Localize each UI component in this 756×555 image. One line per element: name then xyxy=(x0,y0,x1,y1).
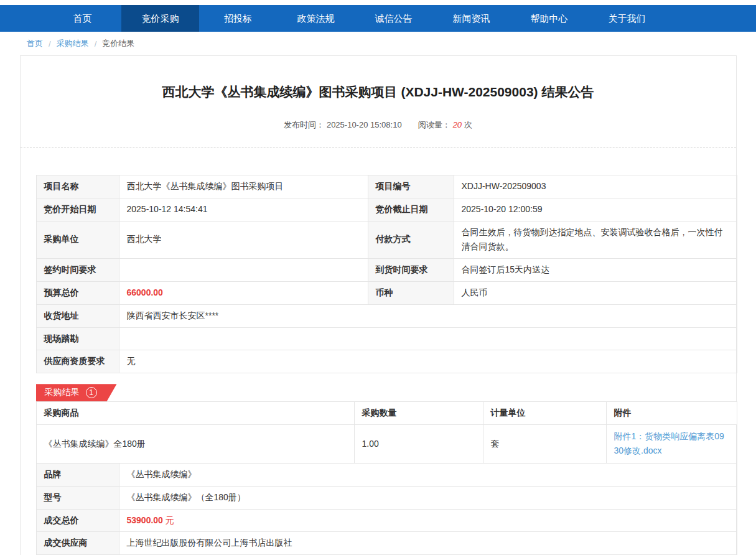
field-value: 上海世纪出版股份有限公司上海书店出版社 xyxy=(119,532,737,555)
attachment-cell: 附件1：货物类响应偏离表0930修改.docx xyxy=(606,424,737,463)
field-value: XDJJ-HW-202509003 xyxy=(454,175,737,198)
field-value: 西北大学《丛书集成续编》图书采购项目 xyxy=(119,175,368,198)
badge-label: 采购结果 xyxy=(45,387,80,398)
dashed-divider xyxy=(21,147,736,148)
field-value: 2025-10-12 14:54:41 xyxy=(119,198,368,221)
field-label: 现场踏勘 xyxy=(36,327,119,350)
attachment-link[interactable]: 附件1：货物类响应偏离表0930修改.docx xyxy=(614,429,729,459)
table-row: 《丛书集成续编》全180册 1.00 套 附件1：货物类响应偏离表0930修改.… xyxy=(36,424,737,463)
field-value: 《丛书集成续编》 xyxy=(119,463,737,486)
nav-item-home[interactable]: 首页 xyxy=(44,5,121,32)
column-header-attachment: 附件 xyxy=(606,402,737,425)
nav-item-policies[interactable]: 政策法规 xyxy=(277,5,355,32)
breadcrumb-separator: / xyxy=(95,39,97,49)
table-row: 品牌 《丛书集成续编》 xyxy=(36,463,737,486)
field-label: 采购单位 xyxy=(36,221,119,259)
breadcrumb-home-link[interactable]: 首页 xyxy=(27,38,43,49)
field-value: 无 xyxy=(119,350,737,373)
table-row: 现场踏勘 xyxy=(36,327,737,350)
deal-total-price: 53900.00 元 xyxy=(119,509,737,532)
field-label: 项目名称 xyxy=(36,175,119,198)
purchase-result-badge: 采购结果 1 xyxy=(36,384,117,401)
views-count: 20 xyxy=(453,120,462,129)
field-label: 预算总价 xyxy=(36,281,119,304)
breadcrumb-separator: / xyxy=(49,39,51,49)
field-label: 签约时间要求 xyxy=(36,259,119,282)
product-unit: 套 xyxy=(483,424,606,463)
publish-time-value: 2025-10-20 15:08:10 xyxy=(327,120,402,129)
nav-item-news[interactable]: 新闻资讯 xyxy=(432,5,510,32)
field-value xyxy=(119,327,737,350)
field-label: 收货地址 xyxy=(36,304,119,327)
table-row: 竞价开始日期 2025-10-12 14:54:41 竞价截止日期 2025-1… xyxy=(36,198,737,221)
field-value xyxy=(119,259,368,282)
result-items-table: 采购商品 采购数量 计量单位 附件 《丛书集成续编》全180册 1.00 套 附… xyxy=(36,401,737,464)
nav-item-about-us[interactable]: 关于我们 xyxy=(588,5,666,32)
table-row: 供应商资质要求 无 xyxy=(36,350,737,373)
product-quantity: 1.00 xyxy=(354,424,483,463)
field-label: 项目编号 xyxy=(368,175,454,198)
nav-item-integrity-notice[interactable]: 诚信公告 xyxy=(355,5,432,32)
breadcrumb-current: 竞价结果 xyxy=(102,38,134,49)
badge-count: 1 xyxy=(86,387,97,398)
nav-item-tender[interactable]: 招投标 xyxy=(199,5,277,32)
content-card: 西北大学《丛书集成续编》图书采购项目 (XDJJ-HW-202509003) 结… xyxy=(20,55,737,555)
column-header-unit: 计量单位 xyxy=(483,402,606,425)
views-unit: 次 xyxy=(464,120,472,129)
column-header-quantity: 采购数量 xyxy=(354,402,483,425)
result-details-table: 品牌 《丛书集成续编》 型号 《丛书集成续编》（全180册） 成交总价 5390… xyxy=(36,463,737,555)
views-label: 阅读量： xyxy=(418,120,450,129)
field-value: 《丛书集成续编》（全180册） xyxy=(119,486,737,509)
field-value: 西北大学 xyxy=(119,221,368,259)
table-header-row: 采购商品 采购数量 计量单位 附件 xyxy=(36,402,737,425)
project-info-table: 项目名称 西北大学《丛书集成续编》图书采购项目 项目编号 XDJJ-HW-202… xyxy=(36,175,737,373)
field-label: 成交总价 xyxy=(36,509,119,532)
table-row: 成交总价 53900.00 元 xyxy=(36,509,737,532)
field-label: 成交供应商 xyxy=(36,532,119,555)
field-label: 币种 xyxy=(368,281,454,304)
field-label: 品牌 xyxy=(36,463,119,486)
table-row: 签约时间要求 到货时间要求 合同签订后15天内送达 xyxy=(36,259,737,282)
field-value: 合同签订后15天内送达 xyxy=(454,259,737,282)
table-row: 成交供应商 上海世纪出版股份有限公司上海书店出版社 xyxy=(36,532,737,555)
column-header-product: 采购商品 xyxy=(36,402,354,425)
breadcrumb: 首页 / 采购结果 / 竞价结果 xyxy=(0,32,756,55)
table-row: 收货地址 陕西省西安市长安区**** xyxy=(36,304,737,327)
field-value: 陕西省西安市长安区**** xyxy=(119,304,737,327)
field-label: 付款方式 xyxy=(368,221,454,259)
nav-item-bidding-purchase[interactable]: 竞价采购 xyxy=(121,5,199,32)
table-row: 项目名称 西北大学《丛书集成续编》图书采购项目 项目编号 XDJJ-HW-202… xyxy=(36,175,737,198)
product-name: 《丛书集成续编》全180册 xyxy=(36,424,354,463)
publish-info: 发布时间：2025-10-20 15:08:10阅读量：20次 xyxy=(21,119,736,131)
field-label: 竞价截止日期 xyxy=(368,198,454,221)
field-label: 到货时间要求 xyxy=(368,259,454,282)
breadcrumb-purchase-results-link[interactable]: 采购结果 xyxy=(57,38,89,49)
page-title: 西北大学《丛书集成续编》图书采购项目 (XDJJ-HW-202509003) 结… xyxy=(21,83,736,101)
result-section-header: 采购结果 1 xyxy=(36,384,736,401)
top-nav: 首页 竞价采购 招投标 政策法规 诚信公告 新闻资讯 帮助中心 关于我们 xyxy=(0,5,756,32)
table-row: 型号 《丛书集成续编》（全180册） xyxy=(36,486,737,509)
field-value: 合同生效后，待货物到达指定地点、安装调试验收合格后，一次性付清合同货款。 xyxy=(454,221,737,259)
table-row: 预算总价 66000.00 币种 人民币 xyxy=(36,281,737,304)
field-label: 竞价开始日期 xyxy=(36,198,119,221)
field-label: 供应商资质要求 xyxy=(36,350,119,373)
table-row: 采购单位 西北大学 付款方式 合同生效后，待货物到达指定地点、安装调试验收合格后… xyxy=(36,221,737,259)
budget-total-value: 66000.00 xyxy=(119,281,368,304)
publish-time-label: 发布时间： xyxy=(284,120,324,129)
field-value: 人民币 xyxy=(454,281,737,304)
nav-item-help-center[interactable]: 帮助中心 xyxy=(510,5,588,32)
field-label: 型号 xyxy=(36,486,119,509)
field-value: 2025-10-20 12:00:59 xyxy=(454,198,737,221)
